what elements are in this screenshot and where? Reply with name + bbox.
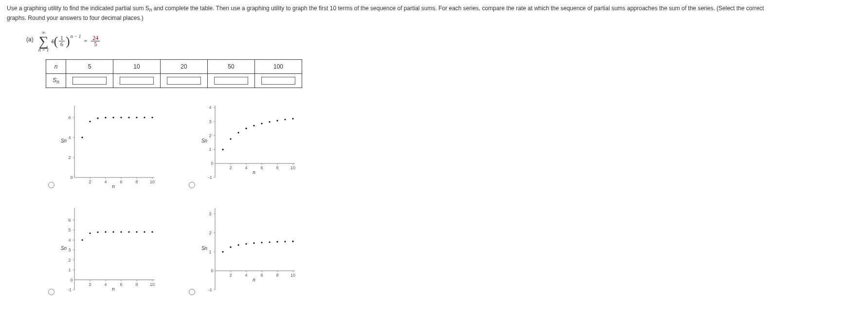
svg-text:6: 6 xyxy=(120,179,122,184)
svg-point-56 xyxy=(222,149,223,150)
svg-text:6: 6 xyxy=(260,273,263,278)
svg-text:4: 4 xyxy=(104,282,107,286)
svg-point-64 xyxy=(284,119,286,121)
col-n-100: 100 xyxy=(255,59,302,73)
svg-text:6: 6 xyxy=(68,115,71,120)
rhs-fraction: 24 5 xyxy=(91,35,100,47)
svg-text:1: 1 xyxy=(209,249,211,254)
svg-text:6: 6 xyxy=(260,166,263,171)
radio-chart-2[interactable] xyxy=(189,182,195,188)
col-n-5: 5 xyxy=(66,59,113,73)
svg-point-101 xyxy=(128,231,129,232)
part-label: (a) xyxy=(26,30,34,44)
svg-text:10: 10 xyxy=(150,179,155,184)
svg-point-26 xyxy=(120,117,122,118)
chart-options: 2468102460nSn 246810-112340nSn 246810-11… xyxy=(46,103,861,302)
svg-text:Sn: Sn xyxy=(61,138,67,143)
svg-point-58 xyxy=(237,132,239,134)
svg-point-95 xyxy=(81,239,83,241)
inner-fraction: 1 6 xyxy=(59,35,65,47)
equals-sign: = xyxy=(84,37,88,46)
col-n-20: 20 xyxy=(161,59,208,73)
chart-3: 246810-11234560nSn xyxy=(60,205,157,302)
svg-point-21 xyxy=(81,137,83,139)
svg-point-131 xyxy=(245,243,247,245)
chart-4: 246810-11230nSn xyxy=(200,205,298,302)
svg-point-99 xyxy=(112,231,114,232)
header-n: n xyxy=(46,59,66,73)
svg-point-100 xyxy=(120,231,122,232)
svg-text:8: 8 xyxy=(135,282,138,286)
svg-point-62 xyxy=(269,122,270,123)
svg-point-24 xyxy=(105,117,106,119)
col-n-50: 50 xyxy=(208,59,255,73)
svg-text:8: 8 xyxy=(276,273,278,278)
svg-point-132 xyxy=(253,242,254,244)
svg-point-102 xyxy=(136,231,137,232)
input-s50[interactable] xyxy=(214,77,248,85)
input-s5[interactable] xyxy=(72,77,107,85)
radio-chart-1[interactable] xyxy=(48,182,54,188)
svg-text:2: 2 xyxy=(89,179,91,184)
input-s10[interactable] xyxy=(120,77,154,85)
svg-point-57 xyxy=(230,139,231,140)
svg-text:10: 10 xyxy=(290,273,295,278)
svg-text:5: 5 xyxy=(68,228,71,232)
svg-point-103 xyxy=(144,231,145,232)
svg-text:-1: -1 xyxy=(208,287,212,292)
radio-chart-3[interactable] xyxy=(48,289,54,295)
svg-text:Sn: Sn xyxy=(201,246,208,251)
svg-text:10: 10 xyxy=(290,166,295,171)
svg-text:n: n xyxy=(112,286,115,291)
exponent: n − 1 xyxy=(71,33,81,40)
svg-text:6: 6 xyxy=(68,217,71,222)
svg-text:10: 10 xyxy=(150,282,155,286)
svg-point-59 xyxy=(245,128,247,129)
problem-a: (a) ∞ ∑ n = 1 4 ( 1 6 ) n − 1 = 24 5 xyxy=(26,30,861,52)
svg-point-104 xyxy=(151,231,153,232)
svg-text:2: 2 xyxy=(229,166,232,171)
partial-sums-table: n 5 10 20 50 100 Sn xyxy=(46,59,302,88)
sigma-notation: ∞ ∑ n = 1 xyxy=(38,30,49,52)
svg-point-134 xyxy=(269,241,270,243)
svg-point-60 xyxy=(253,125,254,126)
svg-point-136 xyxy=(284,241,286,242)
left-paren-icon: ( xyxy=(54,36,58,47)
svg-point-96 xyxy=(89,232,90,234)
svg-text:0: 0 xyxy=(211,268,213,273)
svg-point-23 xyxy=(97,118,98,119)
svg-point-133 xyxy=(261,242,262,243)
svg-point-61 xyxy=(261,123,262,124)
svg-text:n: n xyxy=(112,184,115,189)
sigma-icon: ∑ xyxy=(39,35,49,47)
svg-text:2: 2 xyxy=(209,133,211,138)
svg-text:2: 2 xyxy=(68,257,71,262)
input-s20[interactable] xyxy=(167,77,201,85)
svg-point-63 xyxy=(276,120,278,122)
svg-point-29 xyxy=(144,117,145,118)
svg-text:3: 3 xyxy=(209,212,211,216)
svg-text:1: 1 xyxy=(209,147,211,152)
svg-text:6: 6 xyxy=(120,282,122,286)
right-paren-icon: ) xyxy=(66,36,70,47)
svg-text:4: 4 xyxy=(68,237,71,242)
instructions-text: Use a graphing utility to find the indic… xyxy=(7,4,861,22)
svg-point-28 xyxy=(136,117,137,118)
input-s100[interactable] xyxy=(261,77,295,85)
svg-point-30 xyxy=(151,117,153,118)
svg-point-129 xyxy=(230,247,231,248)
chart-1: 2468102460nSn xyxy=(60,103,157,190)
radio-chart-4[interactable] xyxy=(189,289,195,295)
svg-text:Sn: Sn xyxy=(61,246,67,251)
svg-text:2: 2 xyxy=(209,230,211,235)
svg-text:2: 2 xyxy=(68,155,71,160)
svg-text:Sn: Sn xyxy=(201,138,208,143)
svg-text:0: 0 xyxy=(70,175,72,180)
svg-text:0: 0 xyxy=(70,277,72,282)
series-formula: ∞ ∑ n = 1 4 ( 1 6 ) n − 1 = 24 5 xyxy=(38,30,101,52)
col-n-10: 10 xyxy=(113,59,161,73)
svg-point-98 xyxy=(105,231,106,232)
header-sn: Sn xyxy=(46,73,66,88)
svg-text:2: 2 xyxy=(89,282,91,286)
svg-point-27 xyxy=(128,117,129,118)
